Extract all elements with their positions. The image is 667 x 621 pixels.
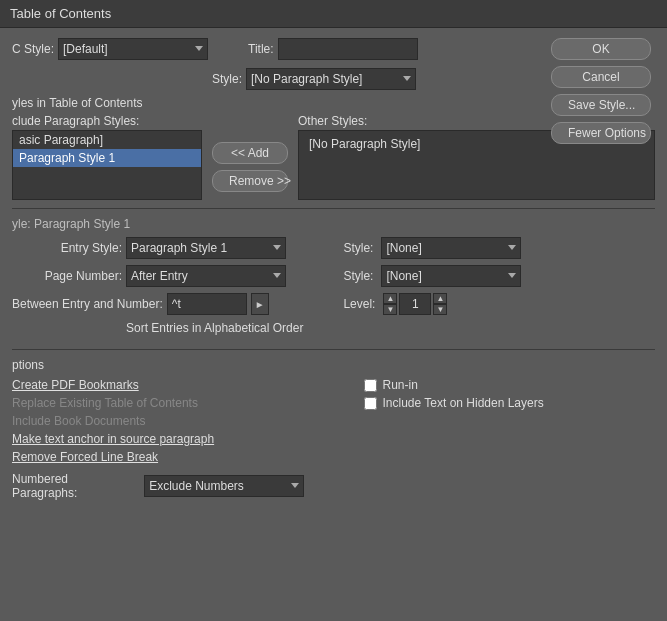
divider2 (12, 349, 655, 350)
right-panel: OK Cancel Save Style... Fewer Options (551, 38, 659, 144)
ok-button[interactable]: OK (551, 38, 651, 60)
between-style-select[interactable]: [None] (381, 265, 521, 287)
replace-toc-row: Replace Existing Table of Contents (12, 396, 304, 410)
remove-forced-label[interactable]: Remove Forced Line Break (12, 450, 158, 464)
page-number-style-label: Style: (343, 241, 373, 255)
numbered-select[interactable]: Exclude Numbers Include Full Paragraph I… (144, 475, 303, 497)
level-label: Level: (343, 297, 375, 311)
dialog: Table of Contents OK Cancel Save Style..… (0, 0, 667, 621)
level-input[interactable] (399, 293, 431, 315)
include-hidden-row: Include Text on Hidden Layers (364, 396, 656, 410)
two-column-options: Create PDF Bookmarks Replace Existing Ta… (12, 378, 655, 500)
page-number-style-select[interactable]: [None] (381, 237, 521, 259)
title-input[interactable]: Contents (278, 38, 418, 60)
page-number-select[interactable]: After Entry Before Entry No Page Number (126, 265, 286, 287)
right-options: Run-in Include Text on Hidden Layers (364, 378, 656, 500)
level-up-arrow[interactable]: ▲ (383, 293, 397, 304)
dialog-title: Table of Contents (10, 6, 111, 21)
page-number-row: Page Number: After Entry Before Entry No… (12, 265, 303, 287)
make-anchor-row: Make text anchor in source paragraph (12, 432, 304, 446)
entry-options-area: Entry Style: Paragraph Style 1 Page Numb… (12, 237, 655, 341)
title-label: Title: (248, 42, 274, 56)
level-down-arrow2[interactable]: ▼ (433, 304, 447, 315)
page-number-label: Page Number: (12, 269, 122, 283)
include-label: clude Paragraph Styles: (12, 114, 202, 128)
between-input[interactable] (167, 293, 247, 315)
include-hidden-label: Include Text on Hidden Layers (383, 396, 544, 410)
create-pdf-row: Create PDF Bookmarks (12, 378, 304, 392)
entry-style-label: Entry Style: (12, 241, 122, 255)
numbered-row: Numbered Paragraphs: Exclude Numbers Inc… (12, 472, 304, 500)
remove-forced-row: Remove Forced Line Break (12, 450, 304, 464)
between-arrow[interactable]: ► (251, 293, 269, 315)
add-button[interactable]: << Add (212, 142, 288, 164)
options-title: ptions (12, 358, 44, 372)
create-pdf-label[interactable]: Create PDF Bookmarks (12, 378, 139, 392)
entry-style-row: Entry Style: Paragraph Style 1 (12, 237, 303, 259)
level-down-arrow[interactable]: ▼ (383, 304, 397, 315)
options-title-row: ptions (12, 358, 655, 372)
level-row: Level: ▲ ▼ ▲ ▼ (343, 293, 521, 315)
left-options: Create PDF Bookmarks Replace Existing Ta… (12, 378, 304, 500)
include-book-row: Include Book Documents (12, 414, 304, 428)
save-style-button[interactable]: Save Style... (551, 94, 651, 116)
between-style-row: Style: [None] (343, 265, 521, 287)
divider (12, 208, 655, 209)
sort-label: Sort Entries in Alphabetical Order (126, 321, 303, 335)
cancel-button[interactable]: Cancel (551, 66, 651, 88)
make-anchor-label[interactable]: Make text anchor in source paragraph (12, 432, 214, 446)
run-in-checkbox[interactable] (364, 379, 377, 392)
run-in-row: Run-in (364, 378, 656, 392)
style-item-basic[interactable]: asic Paragraph] (13, 131, 201, 149)
include-styles-col: clude Paragraph Styles: asic Paragraph] … (12, 114, 202, 200)
entry-section-title: yle: Paragraph Style 1 (12, 217, 130, 231)
level-up-arrow2[interactable]: ▲ (433, 293, 447, 304)
entry-right: Style: [None] Style: [None] Level: (343, 237, 521, 341)
entry-section-title-row: yle: Paragraph Style 1 (12, 217, 655, 231)
level-spinner-arrows2: ▲ ▼ (433, 293, 447, 315)
add-remove-col: << Add Remove >> (210, 114, 290, 200)
between-style-label: Style: (343, 269, 373, 283)
level-spinner-arrows: ▲ ▼ (383, 293, 397, 315)
toc-style-select[interactable]: [Default] (58, 38, 208, 60)
entry-left: Entry Style: Paragraph Style 1 Page Numb… (12, 237, 303, 341)
title-bar: Table of Contents (0, 0, 667, 28)
entry-style-select[interactable]: Paragraph Style 1 (126, 237, 286, 259)
between-row: Between Entry and Number: ► (12, 293, 303, 315)
replace-toc-label: Replace Existing Table of Contents (12, 396, 198, 410)
run-in-label: Run-in (383, 378, 418, 392)
style-label: Style: (212, 72, 242, 86)
page-number-style-row: Style: [None] (343, 237, 521, 259)
no-para-style-select[interactable]: [No Paragraph Style] (246, 68, 416, 90)
remove-button[interactable]: Remove >> (212, 170, 288, 192)
numbered-label: Numbered Paragraphs: (12, 472, 136, 500)
style-item-para1[interactable]: Paragraph Style 1 (13, 149, 201, 167)
level-spinner: ▲ ▼ ▲ ▼ (383, 293, 447, 315)
fewer-options-button[interactable]: Fewer Options (551, 122, 651, 144)
include-styles-box[interactable]: asic Paragraph] Paragraph Style 1 (12, 130, 202, 200)
between-label: Between Entry and Number: (12, 297, 163, 311)
toc-style-label: C Style: (12, 42, 54, 56)
include-hidden-checkbox[interactable] (364, 397, 377, 410)
include-book-label: Include Book Documents (12, 414, 145, 428)
options-section: ptions Create PDF Bookmarks Replace Exis… (12, 358, 655, 500)
sort-row: Sort Entries in Alphabetical Order (12, 321, 303, 335)
styles-in-toc-label: yles in Table of Contents (12, 96, 143, 110)
